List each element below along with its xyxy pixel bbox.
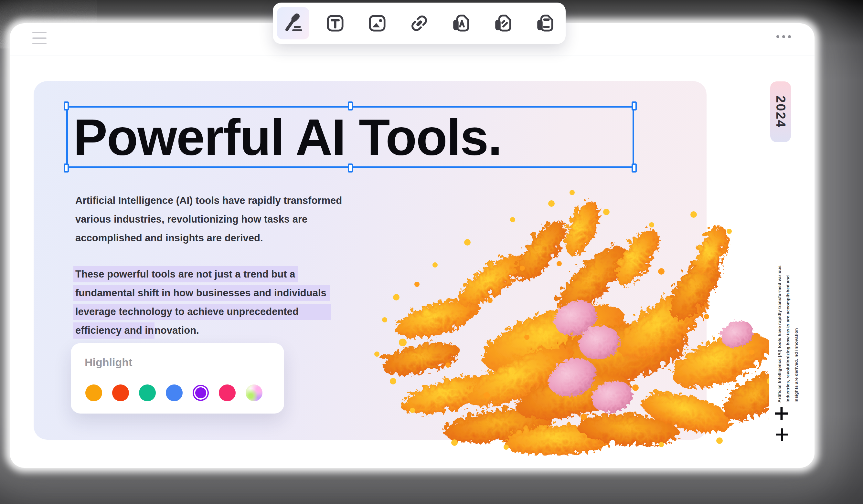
hamburger-menu-icon[interactable] xyxy=(32,32,47,44)
toolbar-add-text-button[interactable] xyxy=(319,7,351,39)
plus-icon xyxy=(775,407,788,420)
highlighted-text: These powerful tools are not just a tren… xyxy=(73,266,298,282)
toolbar-annotate-button[interactable] xyxy=(487,7,520,39)
add-plus-button-secondary[interactable] xyxy=(774,427,789,443)
side-caption-line: industries, revolutionizing how tasks ar… xyxy=(784,256,792,403)
title-selection-group: Powerful AI Tools. xyxy=(66,106,634,168)
selection-handle-bottom-center[interactable] xyxy=(348,163,353,173)
plain-text: novation. xyxy=(154,323,199,339)
toolbar-edit-pen-button[interactable] xyxy=(277,7,309,39)
highlighted-text: fundamental shift in how businesses and … xyxy=(73,285,330,301)
intro-line: Artificial Intelligence (AI) tools have … xyxy=(75,191,342,210)
toolbar-ocr-button[interactable] xyxy=(445,7,477,39)
highlight-panel-label: Highlight xyxy=(85,356,132,369)
add-image-icon xyxy=(366,13,388,34)
add-text-icon xyxy=(325,13,346,34)
selection-handle-bottom-left[interactable] xyxy=(64,163,69,173)
more-options-icon[interactable] xyxy=(776,35,791,38)
side-caption-line: insights are derived. nd innovation xyxy=(792,256,801,403)
selection-box[interactable] xyxy=(66,106,634,168)
highlighted-line: leverage technology to achieve unprecede… xyxy=(73,302,331,321)
screenshot-stage: Powerful AI Tools. Artificial Intelligen… xyxy=(0,0,863,504)
highlighted-paragraph[interactable]: These powerful tools are not just a tren… xyxy=(73,265,331,340)
selection-handle-top-right[interactable] xyxy=(631,101,637,111)
highlighted-line: These powerful tools are not just a tren… xyxy=(73,265,331,284)
highlighted-text: efficiency and in xyxy=(73,323,154,339)
highlighted-line: fundamental shift in how businesses and … xyxy=(73,284,331,302)
swatch-blue[interactable] xyxy=(166,385,183,401)
swatch-rainbow-picker[interactable] xyxy=(246,385,262,401)
toolbar-add-image-button[interactable] xyxy=(361,7,393,39)
year-badge-text: 2024 xyxy=(774,96,788,128)
toolbar-link-button[interactable] xyxy=(403,7,435,39)
intro-paragraph[interactable]: Artificial Intelligence (AI) tools have … xyxy=(75,191,342,248)
highlighted-text: leverage technology to achieve unprecede… xyxy=(73,304,331,320)
intro-line: various industries, revolutionizing how … xyxy=(75,210,342,229)
year-badge: 2024 xyxy=(770,81,791,142)
annotate-document-icon xyxy=(492,13,514,34)
swatch-orange[interactable] xyxy=(85,385,102,401)
vertical-side-caption: Artificial Intelligence (AI) tools have … xyxy=(775,256,801,403)
side-caption-line: Artificial Intelligence (AI) tools have … xyxy=(775,256,784,403)
selection-handle-bottom-right[interactable] xyxy=(631,163,637,173)
organize-pages-icon xyxy=(535,13,556,34)
selection-handle-top-center[interactable] xyxy=(348,101,353,111)
swatch-pink[interactable] xyxy=(219,385,236,401)
selection-handle-top-left[interactable] xyxy=(64,101,69,111)
intro-line: accomplished and insights are derived. xyxy=(75,229,342,248)
header-divider xyxy=(10,55,814,56)
highlighted-line: efficiency and innovation. xyxy=(73,321,331,340)
floating-toolbar xyxy=(273,3,566,44)
highlight-swatches xyxy=(85,385,262,401)
toolbar-organize-pages-button[interactable] xyxy=(529,7,561,39)
swatch-purple-selected[interactable] xyxy=(194,386,208,400)
plus-icon xyxy=(776,428,788,441)
add-plus-button[interactable] xyxy=(773,405,790,423)
edit-pen-icon xyxy=(283,13,304,34)
highlight-color-panel: Highlight xyxy=(71,343,284,414)
ocr-document-icon xyxy=(451,13,472,34)
swatch-red[interactable] xyxy=(112,385,129,401)
link-icon xyxy=(409,13,430,34)
swatch-green[interactable] xyxy=(139,385,156,401)
